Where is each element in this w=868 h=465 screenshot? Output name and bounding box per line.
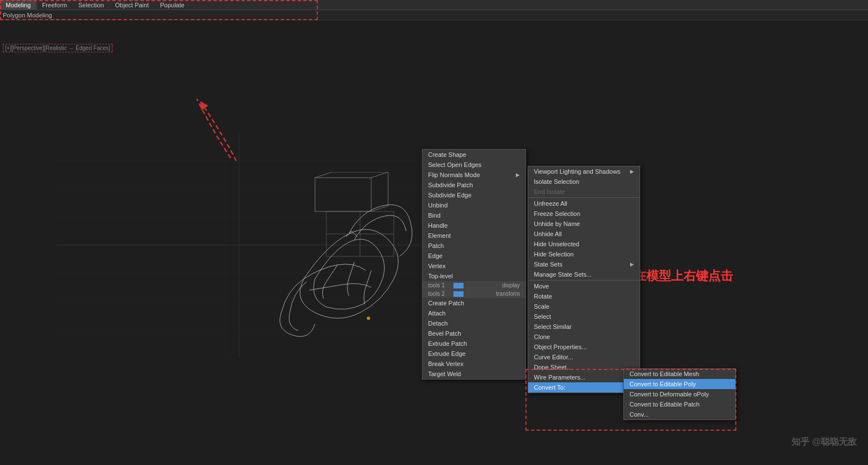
ctx-target-weld[interactable]: Target Weld (422, 369, 525, 379)
top-menubar: Modeling Freeform Selection Object Paint… (0, 0, 868, 10)
ctx-attach[interactable]: Attach (422, 308, 525, 318)
polygon-modeling-label: Polygon Modeling (3, 12, 52, 19)
viewport-label: [+][Perspective][Realistic → Edged Faces… (3, 44, 113, 52)
ctx-create-shape[interactable]: Create Shape (422, 150, 525, 160)
ctx-curve-editor[interactable]: Curve Editor... (528, 352, 640, 362)
ctx-extrude-patch[interactable]: Extrude Patch (422, 338, 525, 349)
ctx-flip-arrow: ▶ (516, 172, 520, 178)
ctx-tools1-row: tools 1 display (422, 281, 525, 290)
ctx-unhide-all[interactable]: Unhide All (528, 229, 640, 239)
ctx-convert-poly[interactable]: Convert to Editable Poly (624, 379, 735, 389)
ctx-convert-editable-patch[interactable]: Convert to Editable Patch (624, 399, 735, 409)
ctx-rotate[interactable]: Rotate (528, 291, 640, 301)
ctx-subdivide-edge[interactable]: Subdivide Edge (422, 190, 525, 200)
ctx-subdivide-patch[interactable]: Subdivide Patch (422, 180, 525, 190)
wireframe-box (309, 172, 422, 240)
ctx-break-vertex[interactable]: Break Vertex (422, 359, 525, 369)
ctx-sep2 (528, 280, 640, 281)
ctx-bind[interactable]: Bind (422, 210, 525, 220)
ctx-vl-arrow: ▶ (630, 169, 634, 174)
ctx-toplevel[interactable]: Top-level (422, 271, 525, 281)
ctx-convert-mesh[interactable]: Convert to Editable Mesh (624, 369, 735, 379)
ctx-move[interactable]: Move (528, 281, 640, 291)
menu-selection[interactable]: Selection (73, 0, 109, 10)
ctx-end-isolate[interactable]: End Isolate (528, 187, 640, 197)
ctx-patch[interactable]: Patch (422, 241, 525, 251)
tools2-transform: transform (496, 291, 520, 297)
ctx-scale[interactable]: Scale (528, 301, 640, 311)
ctx-ss-arrow: ▶ (630, 261, 634, 267)
ctx-tools2-label: tools 2 (428, 291, 444, 297)
ctx-viewport-lighting[interactable]: Viewport Lighting and Shadows ▶ (528, 166, 640, 177)
ctx-unfreeze-all[interactable]: Unfreeze All (528, 198, 640, 209)
context-menu-left: Create Shape Select Open Edges Flip Norm… (422, 149, 526, 380)
ctx-select[interactable]: Select (528, 311, 640, 322)
menu-object-paint[interactable]: Object Paint (110, 0, 155, 10)
ctx-element[interactable]: Element (422, 231, 525, 241)
ctx-hide-unselected[interactable]: Hide Unselected (528, 239, 640, 249)
ctx-edge[interactable]: Edge (422, 251, 525, 261)
ctx-handle[interactable]: Handle (422, 220, 525, 231)
ctx-isolate-selection[interactable]: Isolate Selection (528, 177, 640, 187)
ctx-object-properties[interactable]: Object Properties... (528, 342, 640, 352)
svg-line-27 (371, 172, 388, 178)
context-menu-convert: Convert to Editable Mesh Convert to Edit… (623, 368, 736, 420)
ctx-tools2-row: tools 2 transform (422, 290, 525, 298)
ctx-unhide-by-name[interactable]: Unhide by Name (528, 219, 640, 229)
ctx-extrude-edge[interactable]: Extrude Edge (422, 349, 525, 359)
ctx-manage-state-sets[interactable]: Manage State Sets... (528, 269, 640, 279)
ctx-bevel-patch[interactable]: Bevel Patch (422, 328, 525, 338)
svg-rect-25 (315, 178, 371, 211)
ctx-create-patch[interactable]: Create Patch (422, 298, 525, 308)
menu-modeling[interactable]: Modeling (0, 0, 37, 10)
ctx-vertex[interactable]: Vertex (422, 261, 525, 271)
tools1-blue (453, 283, 464, 288)
ctx-tools1-label: tools 1 (428, 282, 444, 288)
annotation-text: 在模型上右键点击 (634, 268, 733, 285)
ctx-hide-selection[interactable]: Hide Selection (528, 249, 640, 259)
svg-line-26 (315, 172, 332, 178)
tools2-blue (453, 291, 464, 297)
context-menu-right: Viewport Lighting and Shadows ▶ Isolate … (528, 166, 640, 393)
ctx-clone[interactable]: Clone (528, 332, 640, 342)
ctx-state-sets[interactable]: State Sets ▶ (528, 259, 640, 269)
ctx-convert-deformable[interactable]: Convert to Deformable oPoly (624, 389, 735, 399)
ctx-unbind[interactable]: Unbind (422, 200, 525, 210)
ctx-detach[interactable]: Detach (422, 318, 525, 328)
tools1-display: display (502, 282, 520, 288)
menu-populate[interactable]: Populate (154, 0, 190, 10)
ctx-select-open-edges[interactable]: Select Open Edges (422, 160, 525, 170)
menu-freeform[interactable]: Freeform (37, 0, 73, 10)
ctx-convert-other[interactable]: Conv... (624, 409, 735, 419)
watermark: 知乎 @聪聪无敌 (791, 436, 857, 448)
svg-point-24 (367, 317, 370, 320)
ctx-freeze-selection[interactable]: Freeze Selection (528, 209, 640, 219)
polygon-modeling-bar: Polygon Modeling (0, 10, 868, 20)
ctx-select-similar[interactable]: Select Similar (528, 322, 640, 332)
ctx-sep1 (528, 197, 640, 198)
ctx-flip-normals[interactable]: Flip Normals Mode ▶ (422, 170, 525, 180)
svg-line-28 (371, 206, 388, 211)
